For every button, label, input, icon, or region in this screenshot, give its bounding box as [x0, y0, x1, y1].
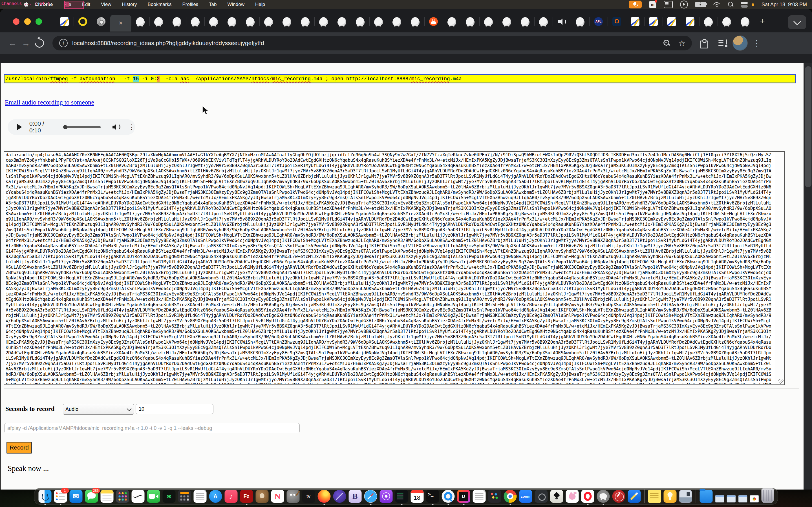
- dock-opera[interactable]: [581, 490, 594, 503]
- seconds-input[interactable]: [136, 404, 213, 414]
- dock-filezilla[interactable]: Fz: [240, 490, 253, 503]
- dock-news[interactable]: N: [271, 490, 284, 503]
- dock-calendar[interactable]: 18: [410, 490, 423, 503]
- site-info-icon[interactable]: i: [59, 39, 68, 47]
- dock-palette-app[interactable]: [488, 490, 501, 503]
- dock-calculator[interactable]: [178, 490, 191, 503]
- tab-mamp-28[interactable]: [571, 13, 589, 30]
- dock-trash[interactable]: [761, 489, 774, 503]
- dock-inkscape[interactable]: [550, 490, 563, 503]
- dock-cat-app[interactable]: [566, 490, 578, 503]
- textarea-resize-grip[interactable]: [778, 379, 783, 384]
- dock-safari[interactable]: [364, 490, 377, 503]
- tab-active[interactable]: ×: [110, 15, 131, 32]
- dock-messages[interactable]: 286: [85, 490, 98, 503]
- tab-mamp-10[interactable]: [241, 13, 259, 30]
- dock-podcasts[interactable]: [379, 490, 393, 503]
- dock-minimized-window-3[interactable]: [738, 495, 747, 503]
- close-window-button[interactable]: [13, 18, 19, 25]
- menu-item-profiles[interactable]: Profiles: [177, 0, 204, 9]
- menu-item-history[interactable]: History: [116, 0, 142, 9]
- tab-chart-0[interactable]: [55, 13, 73, 30]
- tab-mamp-25[interactable]: [516, 13, 534, 30]
- tab-mamp-37[interactable]: [736, 13, 754, 30]
- player-seek-bar[interactable]: [64, 126, 101, 128]
- menubar-clock[interactable]: Sat Apr 18 9:03 PM: [762, 2, 807, 8]
- tab-mamp-11[interactable]: [259, 13, 278, 30]
- dock-textedit[interactable]: [193, 490, 206, 503]
- menu-item-tab[interactable]: Tab: [204, 0, 222, 9]
- dock-dark-utility[interactable]: OK: [162, 490, 175, 503]
- address-bar[interactable]: i localhost:8888/recording_ideas.php?hgf…: [52, 36, 692, 50]
- tab-mamp-13[interactable]: [296, 13, 314, 30]
- dock-stickies[interactable]: [648, 490, 661, 503]
- tab-mamp-9[interactable]: [223, 13, 241, 30]
- dock-notes[interactable]: [100, 490, 113, 503]
- tab-search-button[interactable]: [788, 15, 806, 29]
- afplay-command-input[interactable]: [4, 423, 300, 433]
- chrome-menu-icon[interactable]: ⋮: [753, 39, 761, 48]
- dock-mamp[interactable]: [597, 490, 610, 503]
- dock-downloads[interactable]: [700, 490, 712, 503]
- tab-speaker-27[interactable]: [553, 13, 571, 30]
- dock-terminal[interactable]: >_: [426, 490, 439, 503]
- tab-close-icon[interactable]: ×: [119, 20, 123, 26]
- tab-mamp-5[interactable]: [149, 13, 168, 30]
- tab-mamp-12[interactable]: [278, 13, 296, 30]
- textarea-scrollbar[interactable]: [775, 152, 784, 385]
- tab-mamp-14[interactable]: [314, 13, 333, 30]
- tab-mamp-24[interactable]: [498, 13, 516, 30]
- minimize-window-button[interactable]: [24, 18, 31, 25]
- tab-mamp-15[interactable]: [333, 13, 351, 30]
- tab-chart-33[interactable]: [663, 13, 681, 30]
- dock-intellij[interactable]: IJ: [457, 490, 470, 503]
- forward-button[interactable]: →: [20, 37, 32, 49]
- tab-chart-34[interactable]: [681, 13, 699, 30]
- menu-item-view[interactable]: View: [96, 0, 117, 9]
- new-tab-button[interactable]: +: [758, 17, 767, 25]
- tab-afl-29[interactable]: AFL: [589, 13, 608, 30]
- tab-chart-32[interactable]: [644, 13, 663, 30]
- bookmark-star-icon[interactable]: ☆: [678, 38, 686, 48]
- dock-quicktime[interactable]: [442, 490, 455, 503]
- player-menu-icon[interactable]: ⋮: [128, 123, 135, 131]
- menubar-app-icon-mk[interactable]: m: [649, 1, 656, 8]
- volume-icon[interactable]: [112, 123, 121, 131]
- dock-firefox[interactable]: [317, 490, 331, 503]
- dock-apple-tv[interactable]: tv: [302, 490, 315, 503]
- dock-minimized-window-2[interactable]: [726, 495, 735, 503]
- dock-grey-app[interactable]: [535, 490, 548, 503]
- url-text[interactable]: localhost:8888/recording_ideas.php?hgfjg…: [72, 40, 663, 47]
- dock-bbedit[interactable]: B: [349, 490, 361, 503]
- record-button[interactable]: Record: [6, 442, 32, 453]
- dock-bulb-app[interactable]: [664, 490, 677, 503]
- tab-mamp-17[interactable]: [369, 13, 388, 30]
- dock-gauge-app[interactable]: [612, 490, 625, 503]
- dock-reminders[interactable]: 1: [54, 490, 67, 503]
- dock-purple-app[interactable]: [333, 490, 346, 503]
- tab-mamp-26[interactable]: [534, 13, 553, 30]
- dock-finder[interactable]: [38, 490, 51, 503]
- wifi-icon[interactable]: [713, 2, 721, 7]
- menu-item-window[interactable]: Window: [222, 0, 250, 9]
- dock-code-editor[interactable]: [395, 490, 408, 503]
- base64-textarea[interactable]: data:audio/mp4;base64,AAAAHGZ0eXBNNEEgAA…: [4, 151, 784, 385]
- tab-mamp-23[interactable]: [479, 13, 498, 30]
- keyboard-windows-icon[interactable]: [664, 1, 673, 8]
- spotlight-icon[interactable]: [728, 2, 733, 7]
- tab-mamp-7[interactable]: [186, 13, 204, 30]
- dock-launchpad[interactable]: [116, 490, 129, 503]
- tab-mamp-16[interactable]: [351, 13, 369, 30]
- dock-screenshot[interactable]: [679, 490, 692, 503]
- profile-avatar[interactable]: [732, 36, 748, 51]
- tab-mamp-4[interactable]: [131, 13, 149, 30]
- media-type-select[interactable]: Audio: [63, 404, 134, 414]
- tab-ring-1[interactable]: [73, 13, 92, 30]
- control-center-icon[interactable]: [741, 1, 748, 8]
- tab-operaO-30[interactable]: O: [608, 13, 626, 30]
- dock-app-store[interactable]: A: [209, 490, 222, 503]
- dock-textedit-2[interactable]: [472, 490, 486, 503]
- email-recording-link[interactable]: Email audio recording to someone: [5, 99, 94, 106]
- dock-minimized-window-1[interactable]: [715, 495, 724, 503]
- dock-facetime[interactable]: [147, 490, 160, 503]
